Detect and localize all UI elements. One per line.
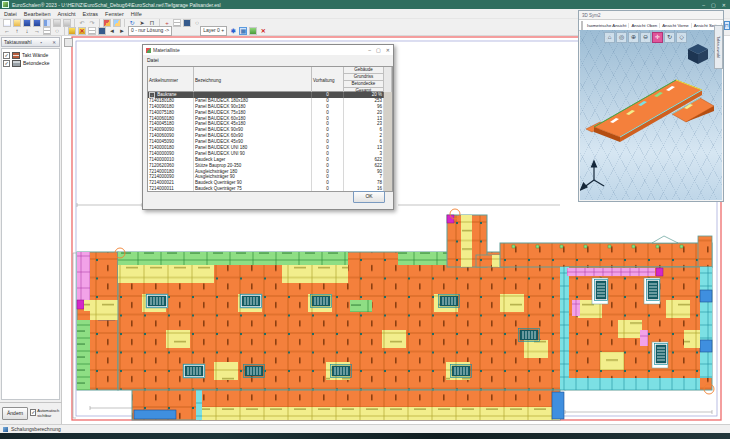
dialog-maximize-icon[interactable]: ▢	[376, 47, 381, 53]
viewer3d-menu-icon[interactable]	[581, 21, 583, 30]
sidebar-titlebar: Taktauswahl ▪ ✕	[1, 37, 60, 47]
material-table-body: - Baukrane020 %7140180180Panel BAUDECK 1…	[148, 92, 392, 192]
walls-mode-icon[interactable]	[249, 27, 257, 35]
viewer3d-titlebar[interactable]: 3D Sym2	[579, 11, 723, 19]
menu-item-datei[interactable]: Datei	[4, 11, 17, 17]
material-table[interactable]: Artikelnummer Bezeichnung Vorhaltung Geb…	[147, 66, 393, 192]
window-title: EuroSchalen® 2023 - U:\HEINZ\EuroSchal_D…	[12, 2, 221, 8]
sidebar-title: Taktauswahl	[4, 39, 32, 45]
takt-sidebar: Taktauswahl ▪ ✕ ✓Takt Wände✓Betondecke Ä…	[0, 36, 62, 424]
menu-item-extras[interactable]: Extras	[83, 11, 99, 17]
solution-dropdown[interactable]: 0 - nur Lösung ->	[128, 26, 172, 36]
sidebar-item-label: Betondecke	[23, 60, 49, 66]
layer-dropdown[interactable]: Layer 0 +	[200, 26, 227, 36]
viewer3d-viewport[interactable]: ⌂ ◎ ⊕ ⊖ ✛ ↻ ◇	[580, 30, 722, 200]
ok-button[interactable]: OK	[353, 191, 385, 203]
format-paint-icon[interactable]	[103, 19, 111, 27]
view-button-ansicht-vorne[interactable]: Ansicht Vorne	[660, 23, 692, 28]
status-icon	[3, 427, 8, 432]
menu-item-ansicht[interactable]: Ansicht	[57, 11, 75, 17]
view-cube-gizmo[interactable]	[688, 44, 708, 64]
status-bar: Schalungsberechnung	[0, 424, 730, 433]
dark-view-icon[interactable]	[98, 27, 106, 35]
col-bezeichnung: Bezeichnung	[194, 67, 312, 94]
orbit-icon[interactable]: ↻	[664, 32, 675, 43]
layer-new-icon[interactable]: ✱	[229, 27, 237, 35]
wall-icon	[12, 52, 20, 59]
stacked-header-gebäude: Gebäude	[344, 67, 383, 74]
auto-visible-checkbox[interactable]: ✓	[30, 409, 36, 416]
viewer3d-model	[580, 30, 722, 200]
menu-item-hilfe[interactable]: Hilfe	[131, 11, 142, 17]
dialog-close-icon[interactable]: ✕	[386, 47, 390, 53]
change-button[interactable]: Ändern	[2, 407, 28, 420]
minimize-icon[interactable]: –	[702, 2, 705, 8]
new-file-icon[interactable]	[3, 19, 11, 27]
menu-item-fenster[interactable]: Fenster	[105, 11, 124, 17]
takt-delete-icon[interactable]: ✕	[78, 27, 86, 35]
image-icon[interactable]	[113, 19, 121, 27]
sidebar-item-takt-wände[interactable]: ✓Takt Wände	[3, 51, 58, 59]
view-button-isometrische-ansicht[interactable]: Isometrische Ansicht	[585, 23, 629, 28]
sidebar-item-label: Takt Wände	[22, 52, 48, 58]
pan-right-icon[interactable]: →	[33, 27, 41, 35]
pan-up-icon[interactable]: ↑	[13, 27, 21, 35]
zoom-window-icon[interactable]	[43, 27, 51, 35]
checkbox-icon[interactable]: ✓	[3, 60, 10, 67]
look-icon[interactable]: ◎	[616, 32, 627, 43]
pan-icon[interactable]: ✛	[652, 32, 663, 43]
viewer3d-overlay-toolbar: ⌂ ◎ ⊕ ⊖ ✛ ↻ ◇	[604, 32, 687, 43]
viewer3d-title: 3D Sym2	[582, 13, 601, 18]
building-right-block	[560, 267, 712, 390]
fit-view-icon[interactable]: ◇	[676, 32, 687, 43]
takt-icon[interactable]	[68, 27, 76, 35]
stacked-header-betondecke: Betondecke	[344, 81, 383, 88]
maximize-icon[interactable]: ▢	[711, 2, 716, 8]
menu-item-bearbeiten[interactable]: Bearbeiten	[24, 11, 51, 17]
close-icon[interactable]: ✕	[722, 2, 726, 8]
checkbox-icon[interactable]: ✓	[3, 52, 10, 59]
save-all-icon[interactable]	[33, 19, 41, 27]
dialog-title: Materialliste	[153, 47, 180, 53]
dialog-titlebar[interactable]: Materialliste – ▢ ✕	[143, 45, 393, 55]
sidebar-close-icon[interactable]: ✕	[51, 40, 57, 45]
table-tool-icon[interactable]	[173, 19, 181, 27]
material-table-header: Artikelnummer Bezeichnung Vorhaltung Geb…	[148, 67, 392, 92]
col-stacked-header: GebäudeGrundrissBetondeckeGesamt	[344, 67, 384, 94]
zoom-in-icon[interactable]: ⊕	[628, 32, 639, 43]
home-view-icon[interactable]: ⌂	[604, 32, 615, 43]
print-preview-icon[interactable]	[63, 19, 71, 27]
redo-icon[interactable]: ↷	[88, 19, 96, 27]
building-left-wing	[77, 252, 118, 390]
save-icon[interactable]	[23, 19, 31, 27]
open-file-icon[interactable]	[13, 19, 21, 27]
auto-visible-label: Automatisch sichtbar	[37, 409, 59, 418]
canvas-corner-box[interactable]	[64, 38, 73, 47]
viewer3d-side-tab[interactable]: Taktauswahl	[714, 25, 723, 69]
dialog-menu-datei[interactable]: Datei	[147, 57, 159, 63]
slab-icon	[12, 60, 21, 67]
project-icon[interactable]	[43, 19, 51, 27]
next-solution-icon[interactable]: ►	[118, 27, 126, 35]
viewer3d-settings-icon[interactable]: ⊓	[724, 21, 730, 30]
building-main-block	[118, 252, 565, 390]
sidebar-bottom-bar: Ändern ✓ Automatisch sichtbar	[0, 402, 62, 424]
close-takt-icon[interactable]: ✕	[259, 27, 267, 35]
pin-icon[interactable]: ▪	[40, 40, 44, 45]
sidebar-item-betondecke[interactable]: ✓Betondecke	[3, 59, 58, 67]
print-icon[interactable]	[53, 19, 61, 27]
render-tool-icon[interactable]	[183, 19, 191, 27]
axis-indicator	[581, 161, 605, 190]
dialog-minimize-icon[interactable]: –	[368, 47, 371, 53]
col-artikelnummer: Artikelnummer	[148, 67, 194, 94]
pan-down-icon[interactable]: ↓	[23, 27, 31, 35]
raster-icon[interactable]	[88, 27, 96, 35]
zoom-out-icon[interactable]: ⊖	[640, 32, 651, 43]
pan-left-icon[interactable]: ←	[3, 27, 11, 35]
dialog-icon	[146, 48, 151, 53]
slab-mode-icon[interactable]: ▦	[239, 27, 247, 35]
view-button-ansicht-oben[interactable]: Ansicht Oben	[629, 23, 660, 28]
magnifier-icon[interactable]: ◌	[53, 27, 61, 35]
prev-solution-icon[interactable]: ◄	[108, 27, 116, 35]
undo-icon[interactable]: ↶	[78, 19, 86, 27]
